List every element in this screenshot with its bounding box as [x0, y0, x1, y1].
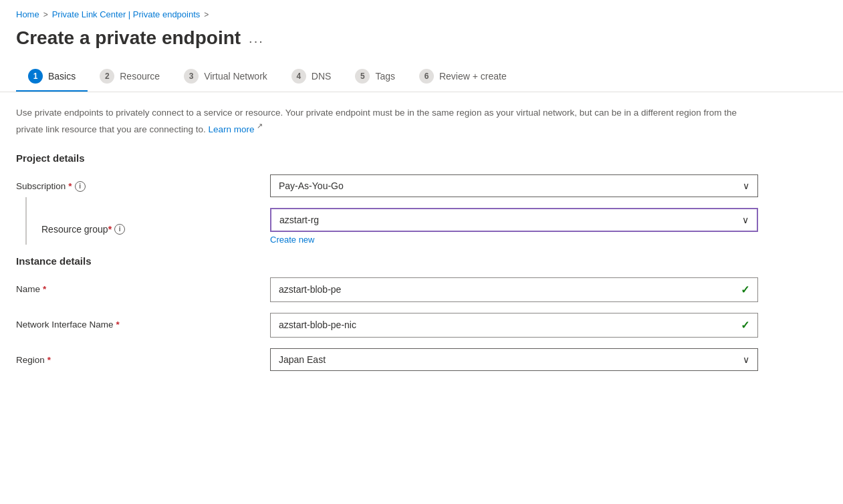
tab-dns-number: 4 [291, 69, 306, 84]
tab-tags[interactable]: 5 Tags [343, 62, 407, 92]
subscription-chevron-icon: ∨ [743, 180, 749, 191]
resource-group-value: azstart-rg [279, 215, 319, 225]
tab-resource[interactable]: 2 Resource [88, 62, 172, 92]
network-interface-input[interactable]: azstart-blob-pe-nic ✓ [270, 313, 758, 338]
name-valid-icon: ✓ [741, 283, 749, 296]
tab-resource-number: 2 [100, 69, 114, 84]
tab-basics-number: 1 [28, 69, 43, 84]
region-dropdown[interactable]: Japan East ∨ [270, 348, 758, 371]
breadcrumb: Home > Private Link Center | Private end… [0, 0, 843, 25]
breadcrumb-sep1: > [43, 10, 48, 19]
name-required: * [43, 284, 46, 294]
subscription-label: Subscription * i [16, 174, 270, 192]
network-interface-control: azstart-blob-pe-nic ✓ [270, 313, 758, 338]
tab-basics[interactable]: 1 Basics [16, 62, 88, 92]
tab-resource-label: Resource [120, 71, 160, 82]
region-chevron-icon: ∨ [743, 354, 749, 365]
subscription-dropdown[interactable]: Pay-As-You-Go ∨ [270, 174, 758, 197]
external-link-icon: ↗ [257, 122, 263, 130]
network-interface-value: azstart-blob-pe-nic [279, 320, 356, 330]
name-row: Name * azstart-blob-pe ✓ [16, 277, 786, 302]
tab-review-create-label: Review + create [439, 71, 507, 82]
name-input[interactable]: azstart-blob-pe ✓ [270, 277, 758, 302]
tab-tags-label: Tags [375, 71, 395, 82]
tab-virtual-network[interactable]: 3 Virtual Network [172, 62, 279, 92]
tab-dns[interactable]: 4 DNS [279, 62, 344, 92]
subscription-value: Pay-As-You-Go [279, 180, 344, 191]
name-label: Name * [16, 277, 270, 294]
region-label: Region * [16, 348, 270, 365]
breadcrumb-home[interactable]: Home [16, 9, 39, 19]
breadcrumb-sep2: > [204, 10, 209, 19]
subscription-required: * [68, 181, 72, 191]
tab-review-create[interactable]: 6 Review + create [407, 62, 519, 92]
resource-group-dropdown[interactable]: azstart-rg ∨ [270, 208, 758, 232]
subscription-control: Pay-As-You-Go ∨ [270, 174, 758, 197]
network-interface-label: Network Interface Name * [16, 313, 270, 330]
resource-group-label: Resource group [41, 224, 108, 235]
resource-group-control: azstart-rg ∨ Create new [270, 208, 758, 245]
breadcrumb-private-link[interactable]: Private Link Center | Private endpoints [52, 9, 201, 19]
network-interface-valid-icon: ✓ [741, 319, 749, 332]
network-interface-required: * [116, 320, 120, 330]
tab-review-create-number: 6 [419, 69, 434, 84]
tab-virtual-network-label: Virtual Network [204, 71, 267, 82]
learn-more-link[interactable]: Learn more [208, 124, 254, 134]
region-required: * [47, 355, 51, 365]
tab-virtual-network-number: 3 [184, 69, 199, 84]
region-control: Japan East ∨ [270, 348, 758, 371]
region-row: Region * Japan East ∨ [16, 348, 786, 371]
subscription-row: Subscription * i Pay-As-You-Go ∨ [16, 174, 786, 197]
resource-group-info-icon[interactable]: i [114, 224, 125, 235]
create-new-link[interactable]: Create new [270, 235, 314, 245]
content-area: Use private endpoints to privately conne… [0, 92, 802, 398]
name-control: azstart-blob-pe ✓ [270, 277, 758, 302]
subscription-info-icon[interactable]: i [75, 181, 86, 192]
instance-details-section: Instance details Name * azstart-blob-pe … [16, 255, 786, 371]
info-text: Use private endpoints to privately conne… [16, 106, 751, 136]
tab-dns-label: DNS [312, 71, 332, 82]
project-details-title: Project details [16, 152, 786, 164]
page-title: Create a private endpoint [16, 27, 241, 49]
project-details-section: Project details Subscription * i Pay-As-… [16, 152, 786, 245]
resource-group-chevron-icon: ∨ [742, 215, 749, 225]
region-value: Japan East [279, 354, 326, 365]
tab-tags-number: 5 [355, 69, 370, 84]
page-header: Create a private endpoint ... [0, 25, 843, 62]
instance-details-title: Instance details [16, 255, 786, 267]
tab-basics-label: Basics [48, 71, 76, 82]
network-interface-row: Network Interface Name * azstart-blob-pe… [16, 313, 786, 338]
more-options-button[interactable]: ... [249, 31, 264, 46]
tabs-container: 1 Basics 2 Resource 3 Virtual Network 4 … [0, 62, 843, 92]
resource-group-required: * [108, 224, 112, 235]
name-value: azstart-blob-pe [279, 284, 341, 295]
